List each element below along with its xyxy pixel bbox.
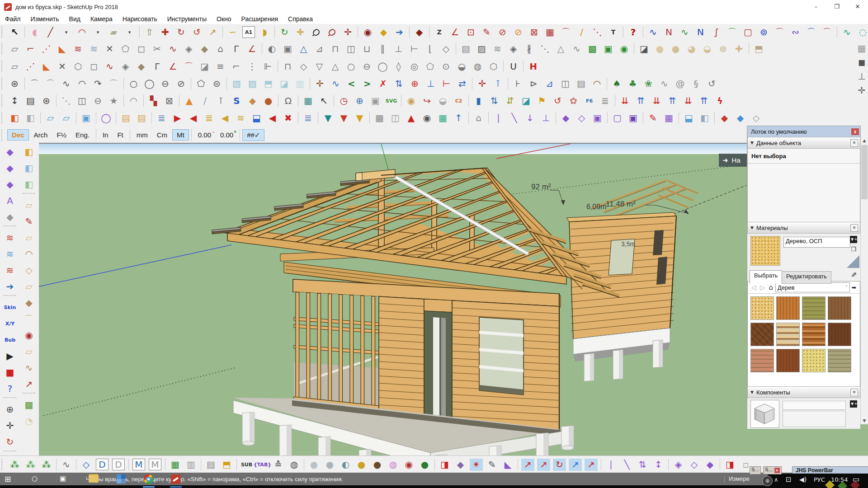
anchor-up2-icon[interactable]: ⇈ <box>665 94 680 108</box>
followme-tool-icon[interactable]: ↺ <box>189 25 205 39</box>
xy-icon[interactable]: X/Y <box>0 315 19 332</box>
tri-g-icon[interactable]: ⊿ <box>311 42 327 56</box>
swatch-wood-salmon[interactable] <box>750 349 774 372</box>
grid-2-icon[interactable]: ▦ <box>372 111 387 125</box>
menu-Изменить[interactable]: Изменить <box>25 15 64 23</box>
sq-gray-icon[interactable]: ▥ <box>183 458 199 472</box>
joint-pushpull-icon[interactable]: ▱ <box>7 42 23 56</box>
circ-a-icon[interactable]: ○ <box>126 77 142 91</box>
pp-4-icon[interactable]: ↕ <box>651 458 666 472</box>
lay-play-icon[interactable]: ▶ <box>170 111 185 125</box>
sphere-5-icon[interactable]: ● <box>369 458 385 472</box>
h-beam-icon[interactable]: H <box>525 59 541 73</box>
mini-window-2[interactable]: S...x <box>763 466 782 474</box>
mirror-2-icon[interactable]: ◫ <box>74 94 90 108</box>
grass-2-icon[interactable]: ⁂ <box>23 458 38 472</box>
ramp-icon[interactable]: ∕ <box>197 94 213 108</box>
task-view-icon[interactable]: ▣ <box>60 474 66 483</box>
tab-badge-icon[interactable]: {TAB} <box>255 458 270 472</box>
layers-multi-icon[interactable]: ≋ <box>86 42 102 56</box>
ring-icon[interactable]: ◎ <box>406 59 422 73</box>
cube-2-icon[interactable]: ▨ <box>245 77 260 91</box>
rainbow-icon[interactable]: ▦ <box>300 94 316 108</box>
details-arrow-icon[interactable]: ➥ <box>850 284 858 291</box>
units-mm-button[interactable]: mm <box>132 130 152 140</box>
prism-3-icon[interactable]: ▽ <box>311 59 327 73</box>
layer-gr-icon[interactable]: ◧ <box>23 111 38 125</box>
dome-icon[interactable]: ◒ <box>454 59 470 73</box>
timer-icon[interactable]: ◷ <box>336 94 352 108</box>
wave-icon[interactable]: ∿ <box>165 42 181 56</box>
lay-bk2-icon[interactable]: ◀ <box>217 111 233 125</box>
red-half-icon[interactable]: ◨ <box>437 458 453 472</box>
copy-p-icon[interactable]: ▤ <box>203 458 219 472</box>
component-name-field[interactable] <box>783 401 846 410</box>
bezier-11-icon[interactable]: ⌒ <box>803 25 819 39</box>
swirl-3-icon[interactable]: § <box>688 77 704 91</box>
frame-b-icon[interactable]: ▤ <box>573 77 589 91</box>
orbit-tool-icon[interactable]: ↻ <box>277 25 292 39</box>
sq-green-icon[interactable]: ▦ <box>167 458 183 472</box>
stack-icon[interactable]: ≋ <box>490 42 505 56</box>
corner-1-icon[interactable]: Γ <box>228 42 244 56</box>
prism-1-icon[interactable]: ⊓ <box>280 59 296 73</box>
entity-info-close-icon[interactable]: ✕ <box>850 139 858 147</box>
dim-text-icon[interactable]: T <box>605 25 621 39</box>
lay-save-icon[interactable]: ⬓ <box>249 111 264 125</box>
sheet-1-icon[interactable]: ▱ <box>19 197 38 213</box>
u-shape-icon[interactable]: ⊓ <box>327 42 343 56</box>
eye-icon[interactable]: ◉ <box>419 111 435 125</box>
tri-w-icon[interactable]: △ <box>553 42 569 56</box>
line-tool-icon[interactable]: ╱ <box>42 25 58 39</box>
add-c-icon[interactable]: ⊕ <box>407 77 423 91</box>
zoom-extents-icon[interactable]: ✛ <box>340 25 356 39</box>
pipe-3-icon[interactable]: ↓ <box>522 111 538 125</box>
page-gr-icon[interactable]: ◧ <box>19 176 38 192</box>
f6-badge-icon[interactable]: F6 <box>581 94 597 108</box>
joint-c-icon[interactable]: ⊿ <box>542 77 557 91</box>
viewport-3d[interactable]: 92 m² 6,09m 11,48 m² 3,5m ➜На <box>39 143 868 456</box>
swatch-planks-mixed[interactable] <box>802 323 826 346</box>
sort-icon[interactable]: ⇵ <box>502 94 518 108</box>
dim-slope-icon[interactable]: ∕ <box>574 25 590 39</box>
svg-badge-icon[interactable]: SVG <box>383 94 399 108</box>
menu-Вид[interactable]: Вид <box>64 15 85 23</box>
sketchup-taskbar-icon[interactable] <box>171 474 180 484</box>
cross-2-icon[interactable]: ✕ <box>54 59 70 73</box>
undo-r-icon[interactable]: ↺ <box>550 94 566 108</box>
poly-icon[interactable]: ⬠ <box>118 42 133 56</box>
arc-tool-icon[interactable]: ◠ <box>74 25 90 39</box>
units-mt-button[interactable]: Mt <box>172 129 189 141</box>
bezier-2-icon[interactable]: N <box>661 25 677 39</box>
grid-g-icon[interactable]: ▩ <box>585 42 600 56</box>
plane-1-icon[interactable]: ▱ <box>42 111 58 125</box>
prism-b-icon[interactable]: ◇ <box>78 458 94 472</box>
arrow-k5-icon[interactable]: ↗ <box>585 459 598 471</box>
lay-bk3-icon[interactable]: ◀ <box>264 111 280 125</box>
export-icon[interactable]: ➔ <box>392 25 407 39</box>
sphere-7-icon[interactable]: ◉ <box>401 458 417 472</box>
rotate-tool-icon[interactable]: ↻ <box>173 25 189 39</box>
bezier-6-icon[interactable]: ⌒ <box>724 25 740 39</box>
sheet-tgt-icon[interactable]: ◉ <box>19 327 38 343</box>
arrow-k4-icon[interactable]: ↗ <box>569 459 582 471</box>
mirror-icon[interactable]: ◫ <box>343 42 359 56</box>
updn-icon[interactable]: ⇅ <box>486 94 502 108</box>
forward-arrow-icon[interactable]: ▷ <box>760 284 765 291</box>
circ-b-icon[interactable]: ◯ <box>142 77 157 91</box>
poly-2-icon[interactable]: ⬠ <box>422 59 438 73</box>
model-info-icon[interactable]: ◉ <box>360 25 376 39</box>
units-cm-button[interactable]: Cm <box>153 130 171 140</box>
text-tool-icon[interactable]: A1 <box>242 26 255 38</box>
materials-close-icon[interactable]: ✕ <box>850 224 858 232</box>
sphere-1-icon[interactable]: ○ <box>343 59 359 73</box>
chrome-icon[interactable] <box>144 474 153 484</box>
sheet-2-icon[interactable]: ▱ <box>19 230 38 246</box>
network-icon[interactable]: ⊡ <box>786 475 792 483</box>
anchor-dn3-icon[interactable]: ⇊ <box>680 94 696 108</box>
dia-2-icon[interactable]: ◇ <box>574 111 590 125</box>
pipe-1-icon[interactable]: ∣ <box>491 111 506 125</box>
doc-m2-icon[interactable]: M <box>149 459 161 470</box>
sq-2-icon[interactable]: ▣ <box>625 111 641 125</box>
solid-icon[interactable]: ◆ <box>197 42 212 56</box>
